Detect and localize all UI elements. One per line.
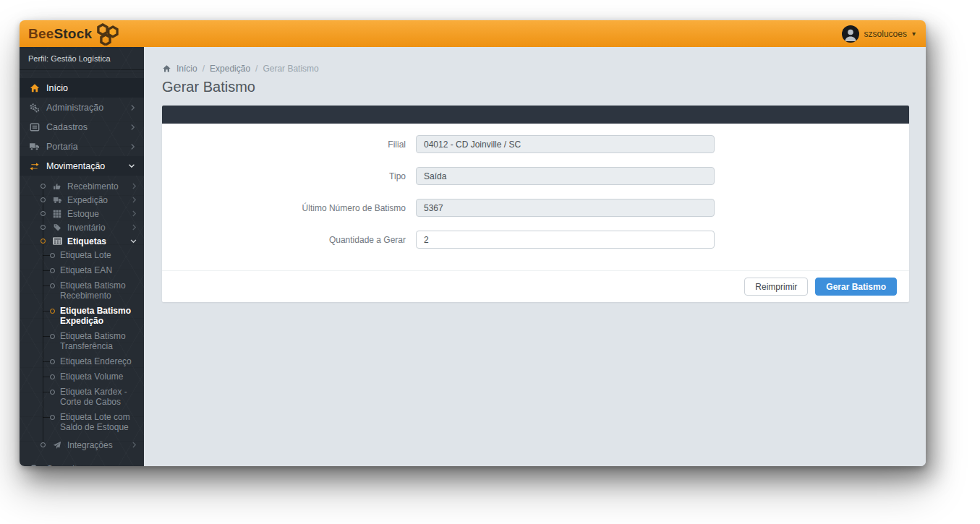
bullet-icon xyxy=(41,225,46,230)
sidebar-profile-label: Perfil: Gestão Logística xyxy=(20,47,144,70)
gerar-batismo-panel: Filial Tipo Último Número de Batismo Qua… xyxy=(162,106,909,302)
filial-input xyxy=(416,135,715,153)
user-menu[interactable]: szsolucoes ▾ xyxy=(842,25,916,43)
page-title: Gerar Batismo xyxy=(162,79,909,95)
truck-icon xyxy=(28,142,41,151)
chevron-right-icon xyxy=(131,104,135,111)
bullet-icon xyxy=(50,415,55,420)
sidebar-item-label: Etiqueta Batismo Expedição xyxy=(60,306,131,326)
beestock-hexagon-icon xyxy=(95,22,121,46)
sidebar-item-label: Movimentação xyxy=(46,161,105,171)
chevron-right-icon xyxy=(132,210,137,217)
sidebar-item-portaria[interactable]: Portaria xyxy=(20,137,144,156)
sidebar-item-cadastros[interactable]: Cadastros xyxy=(20,117,144,137)
quantidade-label: Quantidade a Gerar xyxy=(162,235,416,245)
sidebar-item-administracao[interactable]: Administração xyxy=(20,98,144,117)
tipo-label: Tipo xyxy=(162,171,416,181)
top-header: BeeStock szsolucoes ▾ xyxy=(20,20,926,47)
sidebar-item-integracoes[interactable]: Integrações xyxy=(20,438,144,452)
sidebar-item-etiqueta-lote[interactable]: Etiqueta Lote xyxy=(20,248,144,263)
gerar-batismo-button[interactable]: Gerar Batismo xyxy=(815,278,897,296)
breadcrumb-current: Gerar Batismo xyxy=(263,64,318,74)
grid-icon xyxy=(51,210,63,218)
logo-text: BeeStock xyxy=(28,26,92,42)
sidebar-item-etiqueta-volume[interactable]: Etiqueta Volume xyxy=(20,369,144,385)
search-icon xyxy=(28,464,41,467)
bullet-icon xyxy=(41,239,46,244)
bullet-icon xyxy=(50,268,55,273)
sidebar-item-label: Etiqueta Batismo Transferência xyxy=(60,331,126,351)
ultimo-numero-input xyxy=(416,199,715,217)
logo-stock: Stock xyxy=(54,26,92,41)
table-icon xyxy=(51,237,63,245)
sidebar: Perfil: Gestão Logística Início Administ… xyxy=(20,47,144,466)
breadcrumb: Início / Expedição / Gerar Batismo xyxy=(162,64,909,74)
sidebar-item-consultas[interactable]: Consultas xyxy=(20,459,144,466)
sidebar-item-label: Administração xyxy=(46,103,103,113)
quantidade-input[interactable] xyxy=(416,231,715,249)
main-content: Início / Expedição / Gerar Batismo Gerar… xyxy=(144,47,926,466)
sidebar-item-label: Portaria xyxy=(46,142,78,152)
sidebar-item-label: Integrações xyxy=(67,440,113,450)
chevron-right-icon xyxy=(132,183,137,189)
sidebar-nav: Início Administração Cadastros xyxy=(20,70,144,466)
sidebar-item-inventario[interactable]: Inventário xyxy=(20,220,144,234)
sidebar-item-etiqueta-kardex[interactable]: Etiqueta Kardex - Corte de Cabos xyxy=(20,385,144,410)
chevron-right-icon xyxy=(132,442,137,448)
thumbs-up-icon xyxy=(51,182,63,191)
bullet-icon xyxy=(41,211,46,216)
sidebar-item-recebimento[interactable]: Recebimento xyxy=(20,179,144,193)
chevron-right-icon xyxy=(131,124,135,131)
breadcrumb-inicio[interactable]: Início xyxy=(176,64,197,74)
beestock-logo[interactable]: BeeStock xyxy=(28,22,121,46)
truck-icon xyxy=(51,196,63,204)
breadcrumb-expedicao[interactable]: Expedição xyxy=(210,64,250,74)
tipo-input xyxy=(416,167,715,185)
sidebar-item-label: Etiqueta Batismo Recebimento xyxy=(60,280,126,301)
paper-plane-icon xyxy=(51,441,63,450)
sidebar-item-label: Etiqueta Volume xyxy=(60,371,123,382)
bullet-icon xyxy=(41,197,46,202)
bullet-icon xyxy=(50,309,55,314)
sidebar-item-label: Etiqueta Endereço xyxy=(60,356,132,366)
bullet-icon xyxy=(50,359,55,364)
avatar xyxy=(842,25,859,43)
bullet-icon xyxy=(50,390,55,395)
exchange-icon xyxy=(28,161,41,171)
sidebar-item-inicio[interactable]: Início xyxy=(20,78,144,98)
sidebar-item-etiqueta-endereco[interactable]: Etiqueta Endereço xyxy=(20,354,144,369)
sidebar-item-label: Cadastros xyxy=(46,122,88,132)
sidebar-item-label: Início xyxy=(46,83,68,93)
sidebar-item-label: Etiqueta Lote xyxy=(60,250,111,260)
bullet-icon xyxy=(50,253,55,258)
home-icon xyxy=(162,64,171,73)
sidebar-item-label: Etiquetas xyxy=(67,236,106,246)
panel-body: Filial Tipo Último Número de Batismo Qua… xyxy=(162,124,909,270)
sidebar-item-etiqueta-batismo-transferencia[interactable]: Etiqueta Batismo Transferência xyxy=(20,329,144,354)
sidebar-item-etiqueta-ean[interactable]: Etiqueta EAN xyxy=(20,263,144,278)
bullet-icon xyxy=(50,334,55,339)
sidebar-item-label: Estoque xyxy=(67,209,99,219)
bullet-icon xyxy=(50,283,55,288)
sidebar-item-etiqueta-lote-saldo[interactable]: Etiqueta Lote com Saldo de Estoque xyxy=(20,410,144,435)
sidebar-item-etiqueta-batismo-expedicao[interactable]: Etiqueta Batismo Expedição xyxy=(20,304,144,329)
sidebar-item-expedicao[interactable]: Expedição xyxy=(20,193,144,207)
home-icon xyxy=(28,83,41,93)
sidebar-item-etiquetas[interactable]: Etiquetas xyxy=(20,234,144,248)
sidebar-item-etiqueta-batismo-recebimento[interactable]: Etiqueta Batismo Recebimento xyxy=(20,278,144,304)
sidebar-item-label: Expedição xyxy=(67,195,108,205)
sidebar-item-label: Recebimento xyxy=(67,181,119,192)
bullet-icon xyxy=(41,442,46,447)
chevron-down-icon xyxy=(128,164,135,168)
sidebar-item-movimentacao[interactable]: Movimentação xyxy=(20,156,144,176)
chevron-right-icon xyxy=(131,465,135,467)
logo-bee: Bee xyxy=(28,26,54,41)
list-icon xyxy=(28,122,41,132)
sidebar-item-estoque[interactable]: Estoque xyxy=(20,207,144,220)
breadcrumb-separator: / xyxy=(255,64,257,74)
reimprimir-button[interactable]: Reimprimir xyxy=(744,278,808,296)
bullet-icon xyxy=(41,184,46,189)
form-row-quantidade: Quantidade a Gerar xyxy=(162,231,909,249)
sidebar-item-label: Inventário xyxy=(67,223,106,233)
panel-header xyxy=(162,106,909,124)
